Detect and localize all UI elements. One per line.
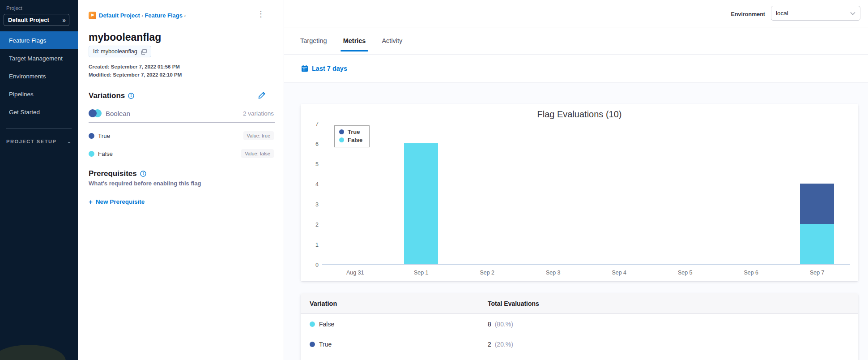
table-body: False8 (80.%)True2 (20.%) [301,314,858,354]
variation-type-label: Boolean [106,110,130,117]
total-percentage: (20.%) [493,341,513,348]
bar-segment-false [404,143,438,264]
feature-flags-module-icon: ⚑ [89,12,96,19]
flag-detail-panel: ⚑ Default Project › Feature Flags › ⋮ my… [78,0,284,360]
chart-slot-sep-3 [520,124,587,264]
bar-sep-1[interactable] [404,143,438,264]
breadcrumb-link[interactable]: Feature Flags [145,12,183,19]
column-header-total-evaluations: Total Evaluations [488,300,539,307]
project-selector-value: Default Project [8,17,49,23]
copy-icon[interactable] [141,49,147,55]
flag-evaluations-chart-card: Flag Evaluations (10) 01234567 Aug 31Sep… [301,104,858,281]
double-chevron-right-icon: » [62,17,65,24]
x-tick-label: Sep 3 [520,270,587,276]
date-range-button[interactable]: Last 7 days [301,65,347,72]
y-tick-label: 5 [306,161,319,167]
legend-color-dot [339,129,344,134]
variation-value-chip: Value: false [241,149,274,158]
y-tick-label: 0 [306,262,319,268]
x-tick-label: Sep 6 [718,270,784,276]
variations-heading: Variations [89,91,134,100]
breadcrumb-separator: › [183,13,186,19]
chart-slot-sep-4 [586,124,652,264]
variation-row: TrueValue: true [89,131,274,141]
chart-x-axis: Aug 31Sep 1Sep 2Sep 3Sep 4Sep 5Sep 6Sep … [322,270,850,276]
legend-item-true: True [339,129,362,135]
bar-segment-true [800,184,834,224]
variation-name: False [98,150,113,157]
plus-icon: + [89,198,93,206]
chart-title: Flag Evaluations (10) [301,109,858,120]
info-icon[interactable] [140,171,146,177]
y-tick-label: 4 [306,181,319,188]
flag-options-menu-button[interactable]: ⋮ [257,10,265,18]
environment-header: Environment local [284,0,868,27]
variation-color-dot [89,133,94,139]
table-row: True2 (20.%) [301,334,858,354]
chart-plot-area [322,124,850,265]
main-content: Environment local TargetingMetricsActivi… [284,0,868,360]
sidebar-item-project-setup[interactable]: PROJECT SETUP ⌄ [6,138,72,145]
new-prerequisite-button[interactable]: + New Prerequisite [89,198,145,206]
sidebar-item-feature-flags[interactable]: Feature Flags [0,31,78,49]
tab-metrics[interactable]: Metrics [343,27,366,54]
project-setup-label: PROJECT SETUP [6,139,57,144]
breadcrumb-links: Default Project › Feature Flags › [99,12,186,19]
variation-value-chip: Value: true [243,131,274,140]
environment-label: Environment [731,11,765,17]
cell-variation: False [310,321,488,328]
table-row: False8 (80.%) [301,314,858,334]
y-tick-label: 3 [306,201,319,208]
tab-activity[interactable]: Activity [382,27,402,54]
calendar-icon [301,65,308,72]
chevron-down-icon [850,12,855,15]
project-selector[interactable]: Default Project » [4,14,69,26]
environment-select-value: local [776,10,788,17]
variation-name: False [319,321,334,328]
x-tick-label: Aug 31 [322,270,388,276]
legend-color-dot [339,137,344,142]
bar-sep-7[interactable] [800,184,834,264]
total-count: 2 [488,341,491,348]
variation-type-row: Boolean 2 variations [89,109,274,117]
legend-item-false: False [339,137,362,143]
sidebar-item-environments[interactable]: Environments [0,67,78,85]
modified-timestamp: Modified: September 7, 2022 02:10 PM [89,72,182,77]
environment-select[interactable]: local [771,6,860,21]
help-widget[interactable] [0,345,66,360]
evaluations-table-card: Variation Total Evaluations False8 (80.%… [301,293,858,360]
legend-label: True [348,129,360,135]
date-range-label: Last 7 days [312,65,347,72]
cell-variation: True [310,341,488,348]
created-timestamp: Created: September 7, 2022 01:56 PM [89,64,180,69]
edit-variations-icon[interactable] [258,91,266,99]
column-header-variation: Variation [310,300,488,307]
legend-label: False [348,137,362,143]
sidebar-item-pipelines[interactable]: Pipelines [0,85,78,103]
tab-targeting[interactable]: Targeting [300,27,327,54]
total-percentage: (80.%) [493,321,513,328]
variation-color-dot [89,151,94,157]
y-tick-label: 1 [306,242,319,248]
variation-row: FalseValue: false [89,149,274,159]
prerequisites-heading: Prerequisites [89,169,146,178]
variation-color-dot [310,321,315,327]
chart-slot-sep-5 [652,124,719,264]
breadcrumb: ⚑ Default Project › Feature Flags › [89,12,186,19]
breadcrumb-separator: › [140,13,145,19]
metrics-filter-bar: Last 7 days [284,55,868,82]
total-count: 8 [488,321,491,328]
metrics-content: Flag Evaluations (10) 01234567 Aug 31Sep… [284,82,868,360]
sidebar-item-target-management[interactable]: Target Management [0,49,78,67]
flag-title: mybooleanflag [89,31,161,43]
x-tick-label: Sep 4 [586,270,652,276]
chart-slot-sep-6 [718,124,784,264]
cell-total-evaluations: 2 (20.%) [488,341,513,348]
prerequisites-description: What's required before enabling this fla… [89,180,201,187]
boolean-type-icon [89,109,102,117]
sidebar-item-get-started[interactable]: Get Started [0,103,78,121]
variation-color-dot [310,342,315,347]
info-icon[interactable] [128,93,134,99]
breadcrumb-link[interactable]: Default Project [99,12,140,19]
x-tick-label: Sep 5 [652,270,719,276]
